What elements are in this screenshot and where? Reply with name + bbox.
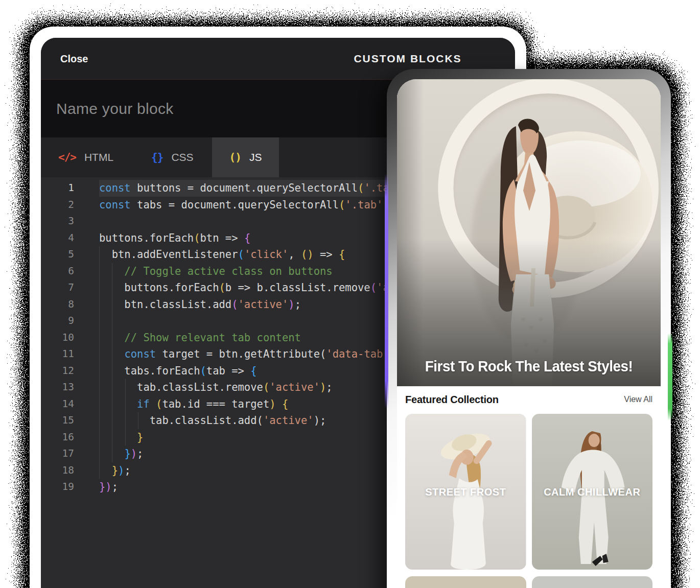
view-all-link[interactable]: View All bbox=[624, 395, 652, 404]
braces-icon: {} bbox=[151, 151, 163, 163]
line-number: 8 bbox=[41, 296, 84, 313]
hero-photo bbox=[397, 79, 661, 386]
line-number: 5 bbox=[41, 246, 84, 263]
line-number: 16 bbox=[41, 429, 84, 446]
collection-card-partial[interactable] bbox=[532, 576, 653, 588]
close-button[interactable]: Close bbox=[60, 53, 88, 64]
collection-name: STREET FROST bbox=[405, 486, 526, 498]
line-number: 12 bbox=[41, 363, 84, 380]
line-number: 1 bbox=[41, 180, 84, 197]
indent-guide bbox=[138, 412, 138, 429]
block-name-placeholder: Name your block bbox=[56, 100, 174, 117]
code-tag-icon: </> bbox=[58, 151, 76, 163]
line-number: 3 bbox=[41, 213, 84, 230]
line-number: 2 bbox=[41, 197, 84, 214]
tab-js-label: JS bbox=[249, 151, 262, 163]
hero-headline: First To Rock The Latest Styles! bbox=[402, 358, 655, 375]
collection-card-calm-chillwear[interactable]: CALM CHILLWEAR bbox=[532, 414, 653, 570]
line-number: 7 bbox=[41, 279, 84, 296]
line-number: 10 bbox=[41, 330, 84, 346]
line-number: 4 bbox=[41, 230, 84, 247]
tab-html-label: HTML bbox=[84, 151, 113, 163]
parens-icon: () bbox=[229, 151, 241, 163]
tab-html[interactable]: </> HTML bbox=[58, 137, 125, 177]
tab-css-label: CSS bbox=[171, 151, 193, 163]
line-number: 14 bbox=[41, 396, 84, 413]
line-number: 18 bbox=[41, 462, 84, 479]
collection-grid-row-2 bbox=[405, 576, 652, 588]
phone-device-frame: First To Rock The Latest Styles! Feature… bbox=[387, 69, 671, 588]
featured-collection-grid: STREET FROST bbox=[405, 414, 652, 570]
indent-guide bbox=[112, 263, 112, 462]
line-number: 13 bbox=[41, 379, 84, 396]
collection-card-street-frost[interactable]: STREET FROST bbox=[405, 414, 526, 570]
tab-js[interactable]: () JS bbox=[212, 137, 279, 177]
line-number: 19 bbox=[41, 479, 84, 496]
phone-screen[interactable]: First To Rock The Latest Styles! Feature… bbox=[397, 79, 661, 588]
line-number: 17 bbox=[41, 445, 84, 462]
tab-css[interactable]: {} CSS bbox=[151, 137, 204, 177]
line-number: 9 bbox=[41, 313, 84, 330]
indent-guide bbox=[125, 379, 126, 445]
line-number: 6 bbox=[41, 263, 84, 280]
collection-card-partial[interactable] bbox=[405, 576, 526, 588]
featured-header: Featured Collection View All bbox=[405, 393, 652, 406]
indent-guide bbox=[99, 246, 100, 479]
hero-banner: First To Rock The Latest Styles! bbox=[397, 79, 661, 386]
panel-title: CUSTOM BLOCKS bbox=[354, 53, 461, 65]
collection-name: CALM CHILLWEAR bbox=[532, 486, 653, 498]
line-number: 15 bbox=[41, 412, 84, 429]
line-number: 11 bbox=[41, 346, 84, 363]
featured-title: Featured Collection bbox=[405, 394, 499, 406]
